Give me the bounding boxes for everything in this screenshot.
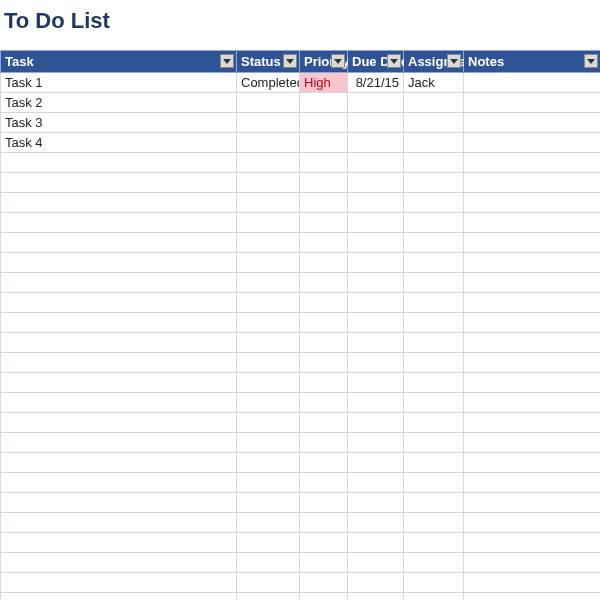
cell-empty[interactable] [348, 593, 404, 601]
header-notes[interactable]: Notes [464, 51, 601, 73]
cell-empty[interactable] [404, 353, 464, 373]
cell-empty[interactable] [300, 353, 348, 373]
cell-empty[interactable] [1, 393, 237, 413]
cell-empty[interactable] [404, 193, 464, 213]
cell-empty[interactable] [300, 533, 348, 553]
cell-empty[interactable] [464, 273, 601, 293]
cell-empty[interactable] [404, 513, 464, 533]
cell-empty[interactable] [348, 353, 404, 373]
cell-status[interactable] [237, 93, 300, 113]
cell-empty[interactable] [300, 373, 348, 393]
cell-empty[interactable] [300, 173, 348, 193]
cell-empty[interactable] [464, 293, 601, 313]
cell-empty[interactable] [1, 593, 237, 601]
cell-empty[interactable] [404, 533, 464, 553]
cell-empty[interactable] [404, 293, 464, 313]
cell-empty[interactable] [300, 513, 348, 533]
cell-empty[interactable] [300, 473, 348, 493]
cell-empty[interactable] [300, 293, 348, 313]
cell-empty[interactable] [348, 293, 404, 313]
cell-empty[interactable] [1, 433, 237, 453]
cell-assignee[interactable]: Jack [404, 73, 464, 93]
header-task[interactable]: Task [1, 51, 237, 73]
cell-empty[interactable] [237, 393, 300, 413]
cell-empty[interactable] [1, 293, 237, 313]
cell-empty[interactable] [237, 153, 300, 173]
cell-duedate[interactable] [348, 113, 404, 133]
cell-empty[interactable] [300, 193, 348, 213]
cell-empty[interactable] [1, 553, 237, 573]
cell-status[interactable] [237, 113, 300, 133]
cell-empty[interactable] [464, 233, 601, 253]
cell-empty[interactable] [1, 473, 237, 493]
cell-empty[interactable] [404, 333, 464, 353]
cell-task[interactable]: Task 4 [1, 133, 237, 153]
cell-empty[interactable] [464, 533, 601, 553]
cell-empty[interactable] [237, 473, 300, 493]
cell-empty[interactable] [300, 273, 348, 293]
cell-empty[interactable] [404, 173, 464, 193]
filter-icon[interactable] [331, 54, 345, 68]
cell-empty[interactable] [404, 233, 464, 253]
cell-empty[interactable] [464, 393, 601, 413]
cell-empty[interactable] [1, 213, 237, 233]
cell-empty[interactable] [1, 513, 237, 533]
cell-empty[interactable] [348, 433, 404, 453]
cell-duedate[interactable] [348, 93, 404, 113]
cell-empty[interactable] [300, 593, 348, 601]
cell-empty[interactable] [1, 253, 237, 273]
cell-empty[interactable] [237, 433, 300, 453]
cell-empty[interactable] [1, 533, 237, 553]
cell-empty[interactable] [348, 473, 404, 493]
cell-empty[interactable] [348, 573, 404, 593]
cell-empty[interactable] [464, 473, 601, 493]
cell-duedate[interactable] [348, 133, 404, 153]
cell-empty[interactable] [237, 173, 300, 193]
cell-empty[interactable] [237, 573, 300, 593]
cell-empty[interactable] [1, 453, 237, 473]
cell-empty[interactable] [464, 313, 601, 333]
cell-empty[interactable] [348, 233, 404, 253]
cell-empty[interactable] [348, 153, 404, 173]
cell-empty[interactable] [464, 593, 601, 601]
cell-empty[interactable] [1, 313, 237, 333]
cell-empty[interactable] [404, 573, 464, 593]
cell-empty[interactable] [1, 153, 237, 173]
cell-empty[interactable] [237, 353, 300, 373]
cell-empty[interactable] [1, 333, 237, 353]
cell-empty[interactable] [464, 213, 601, 233]
cell-empty[interactable] [464, 353, 601, 373]
cell-assignee[interactable] [404, 133, 464, 153]
cell-empty[interactable] [300, 333, 348, 353]
cell-notes[interactable] [464, 93, 601, 113]
cell-empty[interactable] [348, 313, 404, 333]
cell-empty[interactable] [237, 533, 300, 553]
header-priority[interactable]: Priority [300, 51, 348, 73]
cell-empty[interactable] [464, 253, 601, 273]
cell-assignee[interactable] [404, 93, 464, 113]
header-duedate[interactable]: Due Date [348, 51, 404, 73]
cell-empty[interactable] [404, 433, 464, 453]
cell-empty[interactable] [404, 253, 464, 273]
cell-notes[interactable] [464, 73, 601, 93]
cell-empty[interactable] [1, 353, 237, 373]
cell-empty[interactable] [404, 153, 464, 173]
cell-empty[interactable] [1, 413, 237, 433]
cell-empty[interactable] [237, 213, 300, 233]
cell-empty[interactable] [300, 493, 348, 513]
cell-empty[interactable] [464, 373, 601, 393]
cell-empty[interactable] [348, 453, 404, 473]
cell-empty[interactable] [348, 413, 404, 433]
cell-empty[interactable] [464, 333, 601, 353]
filter-icon[interactable] [584, 54, 598, 68]
cell-empty[interactable] [300, 233, 348, 253]
cell-empty[interactable] [348, 213, 404, 233]
cell-empty[interactable] [1, 373, 237, 393]
cell-empty[interactable] [237, 373, 300, 393]
cell-status[interactable] [237, 133, 300, 153]
cell-empty[interactable] [1, 493, 237, 513]
cell-task[interactable]: Task 3 [1, 113, 237, 133]
cell-empty[interactable] [1, 573, 237, 593]
cell-empty[interactable] [237, 333, 300, 353]
cell-empty[interactable] [348, 553, 404, 573]
